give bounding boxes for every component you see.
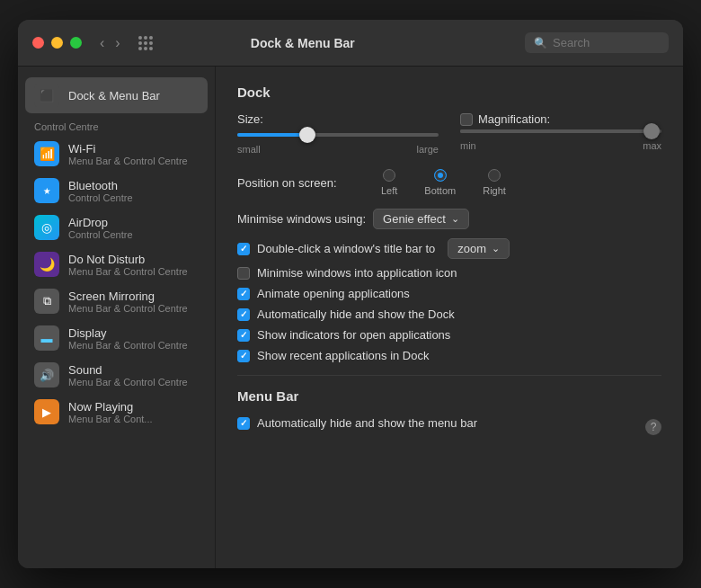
size-slider-labels: small large <box>237 144 439 155</box>
minimize-select[interactable]: Genie effect ⌄ <box>373 209 469 229</box>
sidebar-wifi-text: Wi-Fi Menu Bar & Control Centre <box>68 142 188 166</box>
minimise-into-icon-row[interactable]: Minimise windows into application icon <box>237 266 661 280</box>
sidebar-item-dnd[interactable]: 🌙 Do Not Disturb Menu Bar & Control Cent… <box>25 246 208 282</box>
position-left-radio[interactable] <box>383 169 395 182</box>
menu-bar-autohide-checkbox-row[interactable]: ✓ Automatically hide and show the menu b… <box>237 416 638 430</box>
autohide-dock-checkbox[interactable]: ✓ <box>237 308 250 321</box>
menu-bar-autohide-label: Automatically hide and show the menu bar <box>257 416 477 430</box>
magnification-header: Magnification: <box>460 112 661 126</box>
minimize-select-arrow: ⌄ <box>451 213 459 225</box>
position-left-label: Left <box>381 185 397 196</box>
menu-bar-title: Menu Bar <box>237 388 661 404</box>
sidebar-display-label: Display <box>68 326 188 340</box>
magnification-label: Magnification: <box>478 112 586 126</box>
sidebar-screenmirror-sublabel: Menu Bar & Control Centre <box>68 303 188 314</box>
position-right-label: Right <box>483 185 506 196</box>
minimise-into-icon-checkbox[interactable] <box>237 267 250 280</box>
sidebar-dnd-sublabel: Menu Bar & Control Centre <box>68 266 188 277</box>
sidebar-item-bluetooth[interactable]: ⭑ Bluetooth Control Centre <box>25 173 208 209</box>
sidebar-item-display[interactable]: ▬ Display Menu Bar & Control Centre <box>25 320 208 356</box>
doubleclick-select-arrow: ⌄ <box>492 243 500 254</box>
sidebar: ⬛ Dock & Menu Bar Control Centre 📶 Wi-Fi… <box>18 67 216 568</box>
show-indicators-checkbox[interactable]: ✓ <box>237 329 250 342</box>
position-bottom[interactable]: Bottom <box>424 169 456 196</box>
sidebar-airdrop-text: AirDrop Control Centre <box>68 216 133 240</box>
sidebar-item-screenmirror[interactable]: ⧉ Screen Mirroring Menu Bar & Control Ce… <box>25 283 208 319</box>
position-options: Left Bottom Right <box>381 169 506 196</box>
sidebar-nowplaying-text: Now Playing Menu Bar & Cont... <box>68 400 153 424</box>
sidebar-wifi-label: Wi-Fi <box>68 142 188 156</box>
sidebar-item-nowplaying[interactable]: ▶ Now Playing Menu Bar & Cont... <box>25 394 208 430</box>
animate-checkbox[interactable]: ✓ <box>237 288 250 300</box>
doubleclick-checkbox[interactable]: ✓ <box>237 243 250 255</box>
size-slider-track[interactable] <box>237 133 439 137</box>
sidebar-sound-label: Sound <box>68 363 188 377</box>
position-row: Position on screen: Left Bottom Right <box>237 169 661 196</box>
position-right-radio[interactable] <box>488 169 501 182</box>
divider <box>237 375 661 376</box>
sidebar-item-airdrop[interactable]: ◎ AirDrop Control Centre <box>25 209 208 245</box>
animate-row[interactable]: ✓ Animate opening applications <box>237 287 661 300</box>
minimize-row: Minimise windows using: Genie effect ⌄ <box>237 209 661 229</box>
position-right[interactable]: Right <box>483 169 506 196</box>
main-panel: Dock Size: small large <box>216 67 683 568</box>
magnification-min-label: min <box>460 140 476 151</box>
size-magnification-row: Size: small large Magnification <box>237 112 661 155</box>
content-area: ⬛ Dock & Menu Bar Control Centre 📶 Wi-Fi… <box>18 67 683 568</box>
magnification-slider-track[interactable] <box>460 129 661 133</box>
close-button[interactable] <box>32 37 44 49</box>
size-small-label: small <box>237 144 261 155</box>
traffic-lights <box>32 37 82 49</box>
autohide-dock-row[interactable]: ✓ Automatically hide and show the Dock <box>237 307 661 321</box>
sidebar-sound-sublabel: Menu Bar & Control Centre <box>68 377 188 388</box>
size-block: Size: small large <box>237 112 439 155</box>
magnification-max-label: max <box>643 140 661 151</box>
menu-bar-autohide-checkbox[interactable]: ✓ <box>237 417 250 430</box>
minimize-label: Minimise windows using: <box>237 212 366 226</box>
magnification-slider-labels: min max <box>460 140 661 151</box>
size-large-label: large <box>417 144 439 155</box>
show-indicators-label: Show indicators for open applications <box>257 328 450 342</box>
position-left[interactable]: Left <box>381 169 397 196</box>
search-input[interactable] <box>553 36 661 49</box>
doubleclick-current-value: zoom <box>457 242 486 255</box>
autohide-dock-label: Automatically hide and show the Dock <box>257 307 455 321</box>
sidebar-screenmirror-text: Screen Mirroring Menu Bar & Control Cent… <box>68 290 188 314</box>
menu-bar-autohide-row: ✓ Automatically hide and show the menu b… <box>237 416 661 437</box>
show-recent-checkbox[interactable]: ✓ <box>237 350 250 362</box>
help-icon[interactable]: ? <box>645 419 661 435</box>
size-slider-thumb <box>299 127 315 143</box>
window-title: Dock & Menu Bar <box>92 36 514 50</box>
doubleclick-select[interactable]: zoom ⌄ <box>448 238 510 259</box>
show-recent-row[interactable]: ✓ Show recent applications in Dock <box>237 349 661 362</box>
sidebar-screenmirror-label: Screen Mirroring <box>68 290 188 303</box>
sidebar-item-sound[interactable]: 🔊 Sound Menu Bar & Control Centre <box>25 357 208 393</box>
menu-bar-section: Menu Bar ✓ Automatically hide and show t… <box>237 388 661 437</box>
sidebar-airdrop-label: AirDrop <box>68 216 133 229</box>
titlebar: ‹ › Dock & Menu Bar 🔍 <box>18 20 683 67</box>
sidebar-item-dock-text: Dock & Menu Bar <box>68 89 160 102</box>
magnification-slider-fill <box>460 129 652 133</box>
doubleclick-row[interactable]: ✓ Double-click a window's title bar to z… <box>237 238 661 259</box>
control-centre-header: Control Centre <box>25 114 208 136</box>
size-header: Size: <box>237 112 439 126</box>
screenmirror-icon: ⧉ <box>34 289 59 314</box>
size-label: Size: <box>237 112 345 126</box>
sidebar-bluetooth-label: Bluetooth <box>68 179 133 192</box>
dnd-icon: 🌙 <box>34 252 59 277</box>
sidebar-item-dock-menu-bar[interactable]: ⬛ Dock & Menu Bar <box>25 77 208 113</box>
sidebar-airdrop-sublabel: Control Centre <box>68 229 133 240</box>
search-icon: 🔍 <box>534 37 547 49</box>
sound-icon: 🔊 <box>34 362 59 388</box>
animate-label: Animate opening applications <box>257 287 410 300</box>
search-bar[interactable]: 🔍 <box>525 32 669 53</box>
display-icon: ▬ <box>34 325 59 351</box>
position-bottom-radio[interactable] <box>434 169 447 182</box>
show-indicators-row[interactable]: ✓ Show indicators for open applications <box>237 328 661 342</box>
sidebar-item-wifi[interactable]: 📶 Wi-Fi Menu Bar & Control Centre <box>25 136 208 172</box>
magnification-checkbox[interactable] <box>460 113 473 126</box>
maximize-button[interactable] <box>70 37 82 49</box>
sidebar-dnd-text: Do Not Disturb Menu Bar & Control Centre <box>68 253 188 277</box>
minimize-button[interactable] <box>51 37 63 49</box>
position-bottom-label: Bottom <box>424 185 456 196</box>
